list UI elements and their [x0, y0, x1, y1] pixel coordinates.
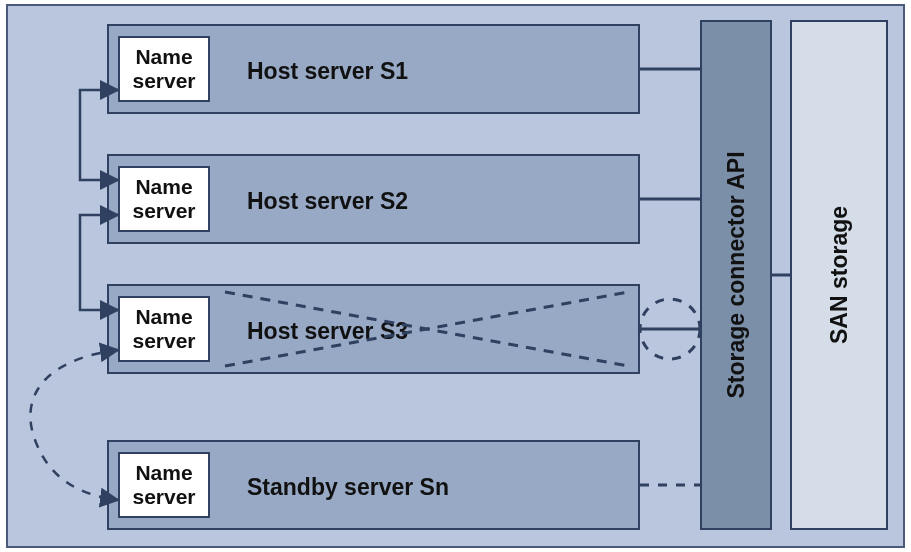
storage-connector-api-box: Storage connector API — [700, 20, 772, 530]
name-server-sn-box: Name server — [118, 452, 210, 518]
name-server-s1-box: Name server — [118, 36, 210, 102]
san-storage-label: SAN storage — [826, 206, 853, 344]
name-server-sn-label: Name server — [132, 461, 195, 509]
name-server-s2-label: Name server — [132, 175, 195, 223]
diagram-canvas: Storage connector API SAN storage Host s… — [0, 0, 911, 552]
name-server-s1-label: Name server — [132, 45, 195, 93]
host-server-s1-label: Host server S1 — [247, 58, 408, 85]
san-storage-box: SAN storage — [790, 20, 888, 530]
name-server-s2-box: Name server — [118, 166, 210, 232]
name-server-s3-box: Name server — [118, 296, 210, 362]
storage-connector-api-label: Storage connector API — [723, 151, 750, 398]
name-server-s3-label: Name server — [132, 305, 195, 353]
host-server-s3-label: Host server S3 — [247, 318, 408, 345]
host-server-s2-label: Host server S2 — [247, 188, 408, 215]
standby-server-sn-label: Standby server Sn — [247, 474, 449, 501]
